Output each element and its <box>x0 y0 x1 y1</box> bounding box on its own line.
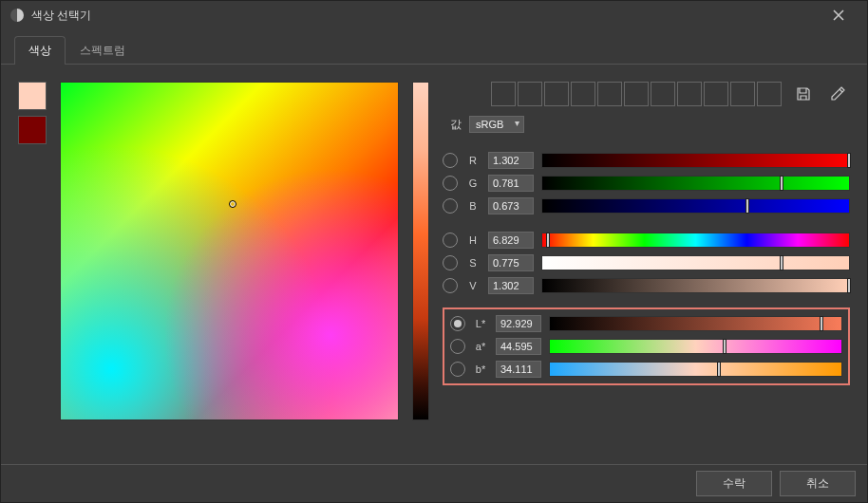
channel-slider-r[interactable] <box>541 153 850 168</box>
channel-row-h: H <box>443 232 850 249</box>
channel-label: b* <box>473 363 488 375</box>
channel-row-r: R <box>443 152 850 169</box>
slider-thumb[interactable] <box>745 198 749 214</box>
tab-color[interactable]: 색상 <box>14 36 66 65</box>
channel-radio-g[interactable] <box>443 176 458 191</box>
channel-slider-h[interactable] <box>541 233 850 248</box>
saved-swatch[interactable] <box>571 82 595 106</box>
channel-label: R <box>465 155 481 166</box>
channel-value-s[interactable] <box>488 254 534 271</box>
slider-thumb[interactable] <box>717 362 721 377</box>
channel-label: V <box>465 280 481 291</box>
tab-spectrum[interactable]: 스펙트럼 <box>66 36 140 65</box>
channel-value-a[interactable] <box>496 338 541 355</box>
tab-bar: 색상 스펙트럼 <box>1 29 867 65</box>
saved-swatches-row <box>443 82 850 106</box>
channel-row-b: b* <box>450 361 842 378</box>
channel-radio-a[interactable] <box>450 339 465 354</box>
eyedropper-icon[interactable] <box>825 82 850 106</box>
channel-label: a* <box>473 341 488 352</box>
channel-radio-b[interactable] <box>443 198 458 214</box>
channel-radio-v[interactable] <box>443 278 458 293</box>
save-icon[interactable] <box>791 82 816 106</box>
channel-label: S <box>465 257 481 269</box>
color-field-cursor[interactable] <box>229 200 236 208</box>
channel-label: L* <box>473 318 488 329</box>
saved-swatch[interactable] <box>544 82 569 106</box>
lightness-strip[interactable] <box>412 82 429 420</box>
gamut-select[interactable]: sRGB <box>469 116 524 133</box>
channel-slider-g[interactable] <box>541 176 850 191</box>
slider-thumb[interactable] <box>847 278 851 293</box>
slider-thumb[interactable] <box>847 153 851 168</box>
saved-swatch[interactable] <box>730 82 755 106</box>
channel-value-v[interactable] <box>488 277 534 294</box>
channel-row-s: S <box>443 254 850 271</box>
saved-swatch[interactable] <box>677 82 702 106</box>
channel-value-g[interactable] <box>488 175 534 192</box>
channel-value-h[interactable] <box>488 232 534 249</box>
current-color-swatch[interactable] <box>18 82 47 110</box>
channel-slider-a[interactable] <box>549 339 842 354</box>
slider-thumb[interactable] <box>780 176 783 191</box>
channel-value-r[interactable] <box>488 152 534 169</box>
channel-label: B <box>465 200 481 212</box>
channel-radio-l[interactable] <box>450 316 465 331</box>
slider-thumb[interactable] <box>546 233 550 248</box>
channel-radio-b[interactable] <box>450 362 465 377</box>
channel-radio-r[interactable] <box>443 153 458 168</box>
hsv-group: HSV <box>443 226 850 300</box>
lab-group: L*a*b* <box>443 307 850 385</box>
slider-thumb[interactable] <box>820 316 823 331</box>
channel-row-a: a* <box>450 338 842 355</box>
footer: 수락 취소 <box>1 464 867 502</box>
channel-value-b[interactable] <box>496 361 541 378</box>
channel-value-b[interactable] <box>488 197 534 214</box>
channel-row-g: G <box>443 175 850 192</box>
slider-thumb[interactable] <box>723 339 726 354</box>
color-picker-icon <box>10 9 24 22</box>
channel-radio-h[interactable] <box>443 233 458 248</box>
channel-slider-b[interactable] <box>541 198 850 214</box>
channel-value-l[interactable] <box>496 315 541 332</box>
channel-slider-s[interactable] <box>541 255 850 270</box>
gamut-label: 값 <box>450 117 462 133</box>
channel-row-v: V <box>443 277 850 294</box>
window-title: 색상 선택기 <box>31 8 820 24</box>
rgb-group: RGB <box>443 146 850 220</box>
saved-swatch[interactable] <box>704 82 728 106</box>
color-field[interactable] <box>60 82 399 420</box>
slider-thumb[interactable] <box>780 255 783 270</box>
close-button[interactable] <box>820 1 858 29</box>
channel-label: H <box>465 234 481 246</box>
gamut-row: 값 sRGB <box>443 116 850 133</box>
channel-row-l: L* <box>450 315 842 332</box>
channel-slider-b[interactable] <box>549 362 842 377</box>
saved-swatch[interactable] <box>651 82 675 106</box>
channel-row-b: B <box>443 197 850 214</box>
saved-swatch[interactable] <box>624 82 649 106</box>
swatch-column <box>18 82 47 420</box>
channel-slider-l[interactable] <box>549 316 842 331</box>
previous-color-swatch[interactable] <box>18 116 47 144</box>
saved-swatch[interactable] <box>518 82 542 106</box>
channel-slider-v[interactable] <box>541 278 850 293</box>
channel-radio-s[interactable] <box>443 255 458 270</box>
saved-swatch[interactable] <box>597 82 622 106</box>
titlebar: 색상 선택기 <box>1 1 867 29</box>
saved-swatch[interactable] <box>491 82 516 106</box>
channel-label: G <box>465 177 481 189</box>
cancel-button[interactable]: 취소 <box>780 471 856 496</box>
saved-swatch[interactable] <box>757 82 782 106</box>
ok-button[interactable]: 수락 <box>696 471 772 496</box>
